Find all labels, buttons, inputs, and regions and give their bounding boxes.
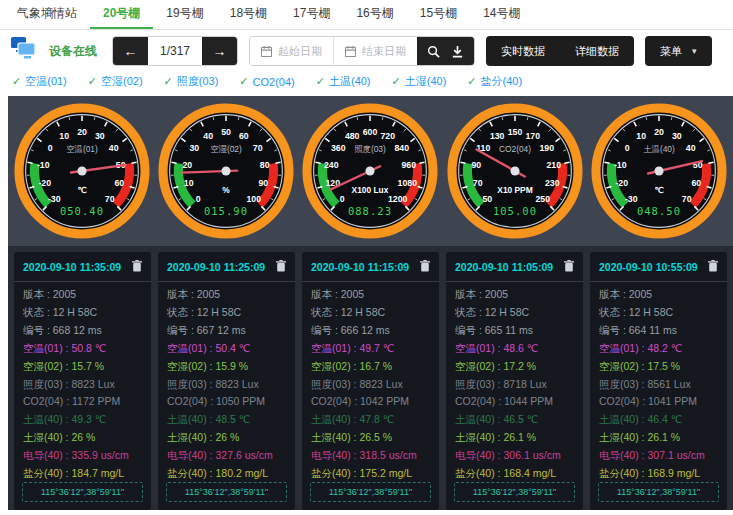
gauge-unit: X100 Lux	[352, 185, 389, 195]
svg-text:210: 210	[546, 160, 561, 170]
row-value: 2005	[629, 288, 652, 300]
row-label: 空湿(02)	[599, 360, 639, 372]
panel-row-co2: CO2(04) : 1041 PPM	[599, 393, 718, 411]
prev-page-button[interactable]: ←	[113, 37, 148, 65]
sensor-filter-1[interactable]: ✓空湿(02)	[88, 74, 143, 89]
row-label: 电导(40)	[23, 449, 63, 461]
panel-row-soilhum: 土湿(40) : 26.1 %	[455, 429, 574, 447]
gauge-hub	[510, 166, 519, 175]
gauge-0: -30-20-10010203040506070空温(01)℃050.40	[12, 101, 152, 241]
sensor-filter-4[interactable]: ✓土温(40)	[316, 74, 371, 89]
gauge-hub	[222, 166, 231, 175]
panel-row-soilhum: 土湿(40) : 26 %	[23, 429, 142, 447]
checkmark-icon: ✓	[12, 75, 21, 88]
row-value: 50.8 ℃	[71, 342, 106, 354]
panel-row-ec: 电导(40) : 335.9 us/cm	[23, 447, 142, 465]
panel-row-lux: 照度(03) : 8823 Lux	[23, 376, 142, 394]
panel-row-airtemp: 空温(01) : 48.6 ℃	[455, 340, 574, 358]
chevron-down-icon: ▾	[692, 46, 697, 56]
sensor-filter-0[interactable]: ✓空温(01)	[12, 74, 67, 89]
trash-icon[interactable]	[708, 258, 718, 276]
gauge-name: 空温(01)	[66, 144, 98, 154]
row-value: 8561 Lux	[647, 378, 690, 390]
row-label: 空温(01)	[311, 342, 351, 354]
realtime-data-button[interactable]: 实时数据	[486, 36, 560, 66]
row-value: 665 11 ms	[485, 324, 533, 336]
row-separator: :	[63, 395, 72, 407]
tab-14号棚[interactable]: 14号棚	[470, 0, 533, 29]
row-label: 电导(40)	[455, 449, 495, 461]
panel-row-meta: 版本 : 2005	[311, 286, 430, 304]
tab-station[interactable]: 气象墒情站	[4, 0, 90, 29]
gps-coordinates: 115°36'12",38°59'11"	[166, 482, 287, 502]
tab-17号棚[interactable]: 17号棚	[280, 0, 343, 29]
download-icon[interactable]	[451, 45, 464, 58]
row-label: 编号	[23, 324, 44, 336]
panel-row-airtemp: 空温(01) : 49.7 ℃	[311, 340, 430, 358]
trash-icon[interactable]	[276, 258, 286, 276]
panel-row-meta: 编号 : 665 11 ms	[455, 322, 574, 340]
tab-19号棚[interactable]: 19号棚	[153, 0, 216, 29]
row-label: CO2(04)	[311, 395, 351, 407]
svg-text:30: 30	[95, 131, 105, 141]
row-label: 盐分(40)	[23, 467, 63, 479]
row-value: 335.9 us/cm	[71, 449, 128, 461]
sensor-filter-2[interactable]: ✓照度(03)	[164, 74, 219, 89]
search-icon[interactable]	[427, 45, 440, 58]
start-date-input[interactable]: 起始日期	[250, 37, 333, 65]
panel-rows: 版本 : 2005状态 : 12 H 58C编号 : 665 11 ms空温(0…	[446, 282, 583, 480]
menu-dropdown-button[interactable]: 菜单 ▾	[645, 36, 712, 66]
tab-16号棚[interactable]: 16号棚	[343, 0, 406, 29]
panel-row-soiltemp: 土温(40) : 46.5 ℃	[455, 411, 574, 429]
sensor-filter-3[interactable]: ✓CO2(04)	[239, 74, 294, 89]
row-separator: :	[495, 395, 504, 407]
row-separator: :	[188, 324, 197, 336]
trash-icon[interactable]	[420, 258, 430, 276]
panel-row-airtemp: 空温(01) : 50.8 ℃	[23, 340, 142, 358]
date-range-group: 起始日期 结束日期	[249, 36, 475, 66]
gauge-name: CO2(04)	[499, 144, 531, 154]
sensor-filter-5[interactable]: ✓土湿(40)	[392, 74, 447, 89]
trash-icon[interactable]	[132, 258, 142, 276]
svg-text:600: 600	[363, 127, 378, 137]
row-label: 空温(01)	[23, 342, 63, 354]
row-value: 8823 Lux	[215, 378, 258, 390]
row-label: 版本	[311, 288, 332, 300]
row-label: 状态	[23, 306, 44, 318]
panel-row-co2: CO2(04) : 1172 PPM	[23, 393, 142, 411]
svg-text:60: 60	[115, 178, 125, 188]
row-value: 1042 PPM	[360, 395, 409, 407]
panel-row-salt: 盐分(40) : 168.4 mg/L	[455, 465, 574, 480]
panel-timestamp: 2020-09-10 11:15:09	[311, 261, 409, 273]
row-value: 17.2 %	[503, 360, 536, 372]
detail-data-button[interactable]: 详细数据	[560, 36, 634, 66]
row-value: 26 %	[71, 431, 95, 443]
row-value: 17.5 %	[647, 360, 680, 372]
row-value: 15.7 %	[71, 360, 104, 372]
tab-15号棚[interactable]: 15号棚	[407, 0, 470, 29]
gps-coordinates: 115°36'12",38°59'11"	[598, 482, 719, 502]
sensor-filter-label: CO2(04)	[253, 76, 295, 88]
end-date-input[interactable]: 结束日期	[333, 37, 417, 65]
svg-text:720: 720	[381, 131, 396, 141]
panel-row-lux: 照度(03) : 8718 Lux	[455, 376, 574, 394]
gauge-lcd-value: 050.40	[60, 205, 104, 217]
next-page-button[interactable]: →	[202, 37, 237, 65]
row-separator: :	[332, 288, 341, 300]
row-separator: :	[620, 306, 629, 318]
sensor-filter-label: 空温(01)	[25, 74, 67, 89]
tab-20号棚[interactable]: 20号棚	[90, 0, 153, 29]
panel-row-meta: 版本 : 2005	[599, 286, 718, 304]
gauge-3: 507090110130150170190210230250CO2(04)X10…	[445, 101, 585, 241]
trash-icon[interactable]	[564, 258, 574, 276]
row-label: 土湿(40)	[23, 431, 63, 443]
row-value: 46.4 ℃	[647, 413, 682, 425]
svg-text:960: 960	[402, 160, 417, 170]
sensor-filter-6[interactable]: ✓盐分(40)	[467, 74, 522, 89]
panel-row-ec: 电导(40) : 327.6 us/cm	[167, 447, 286, 465]
row-value: 49.7 ℃	[359, 342, 394, 354]
tab-18号棚[interactable]: 18号棚	[217, 0, 280, 29]
row-label: 编号	[167, 324, 188, 336]
svg-text:-10: -10	[614, 160, 627, 170]
svg-text:-10: -10	[37, 160, 50, 170]
